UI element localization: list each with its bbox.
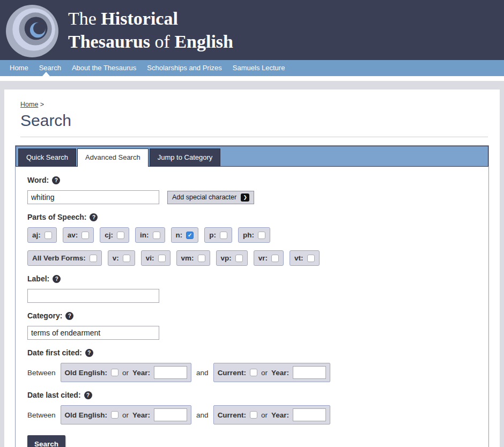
active-nav-caret [42,72,50,76]
date-last-current-checkbox[interactable] [250,411,257,419]
date-last-from-year-input[interactable] [154,408,187,421]
date-last-cited-row: Between Old English: or Year: and Curren… [27,405,477,424]
date-first-cited-row: Between Old English: or Year: and Curren… [27,363,477,382]
year-label: Year: [132,411,150,419]
pos-chip-vm[interactable]: vm: [176,250,210,266]
tab-quick-search[interactable]: Quick Search [18,148,76,166]
pos-chip-n[interactable]: n: [171,227,199,243]
site-title-line1: The Historical [68,7,233,30]
nav-item-about[interactable]: About the Thesaurus [66,60,142,76]
old-english-label: Old English: [65,411,108,419]
label-help-icon[interactable]: ? [53,275,61,283]
aj-checkbox[interactable] [45,232,52,239]
pos-help-icon[interactable]: ? [90,213,98,221]
date-last-from-group: Old English: or Year: [61,405,192,424]
pos-chip-v[interactable]: v: [108,250,135,266]
vi-checkbox[interactable] [158,255,166,262]
date-first-cited-label-row: Date first cited: ? [27,348,477,357]
nav-item-search[interactable]: Search [34,60,66,76]
date-last-to-year-input[interactable] [293,408,326,421]
vm-checkbox[interactable] [198,255,205,262]
year-label: Year: [271,369,289,377]
vr-checkbox[interactable] [271,255,279,262]
between-text: Between [27,369,56,377]
label-input-row [27,289,477,303]
pos-chip-aj[interactable]: aj: [27,227,57,243]
pos-chip-vp[interactable]: vp: [216,250,248,266]
category-label-row: Category: ? [27,311,477,320]
or-text: or [122,369,129,377]
pos-chip-vt[interactable]: vt: [290,250,320,266]
pos-row-1: aj: av: cj: in: n: p: ph: [27,227,477,243]
category-label: Category: [27,311,62,320]
all-verb-forms-checkbox[interactable] [90,255,97,262]
or-text: or [261,411,268,419]
label-input[interactable] [27,289,159,303]
current-label: Current: [218,411,246,419]
word-label: Word: [27,176,49,184]
between-text: Between [27,411,56,419]
n-checkbox[interactable] [186,232,194,239]
nav-item-scholarships[interactable]: Scholarships and Prizes [142,60,227,76]
search-form-box: Quick Search Advanced Search Jump to Cat… [15,145,489,447]
date-last-help-icon[interactable]: ? [84,391,92,399]
tab-advanced-search[interactable]: Advanced Search [77,148,149,167]
and-text: and [196,411,209,419]
date-first-to-year-input[interactable] [293,366,326,379]
add-special-character-button[interactable]: Add special character ❯ [167,191,254,204]
year-label: Year: [271,411,289,419]
search-tabs: Quick Search Advanced Search Jump to Cat… [16,146,488,167]
date-first-cited-label: Date first cited: [27,348,82,357]
header-divider [0,76,504,81]
ph-checkbox[interactable] [258,232,265,239]
category-help-icon[interactable]: ? [65,312,73,320]
vp-checkbox[interactable] [235,255,243,262]
word-input-row: Add special character ❯ [27,190,477,204]
date-first-help-icon[interactable]: ? [85,349,93,357]
page-title: Search [20,111,500,130]
date-last-cited-label-row: Date last cited: ? [27,391,477,399]
breadcrumb-home-link[interactable]: Home [20,101,38,108]
tab-jump-to-category[interactable]: Jump to Category [150,148,221,166]
v-checkbox[interactable] [123,255,130,262]
cj-checkbox[interactable] [117,232,124,239]
search-submit-button[interactable]: Search [27,435,65,447]
word-label-row: Word: ? [27,176,477,184]
pos-chip-p[interactable]: p: [204,227,232,243]
pos-label-row: Parts of Speech: ? [27,213,477,221]
pos-chip-in[interactable]: in: [135,227,165,243]
word-input[interactable] [27,190,159,204]
pos-chip-all-verb-forms[interactable]: All Verb Forms: [27,250,102,266]
pos-label: Parts of Speech: [27,213,86,221]
p-checkbox[interactable] [220,232,227,239]
date-first-to-group: Current: or Year: [213,363,330,382]
site-title-line2: Thesaurus of English [68,30,233,53]
av-checkbox[interactable] [81,232,89,239]
site-header: The Historical Thesaurus of English [0,0,504,60]
nav-item-samuels-lecture[interactable]: Samuels Lecture [227,60,291,76]
nav-item-home[interactable]: Home [4,60,34,76]
date-first-from-year-input[interactable] [154,366,187,379]
vt-checkbox[interactable] [307,255,315,262]
or-text: or [261,369,268,377]
date-first-from-group: Old English: or Year: [61,363,192,382]
date-first-current-checkbox[interactable] [250,369,257,376]
year-label: Year: [132,369,150,377]
pos-chip-vr[interactable]: vr: [254,250,284,266]
current-label: Current: [218,369,246,377]
label-field-label-row: Label: ? [27,274,477,283]
pos-chip-av[interactable]: av: [63,227,94,243]
date-first-old-english-checkbox[interactable] [111,369,118,376]
date-last-old-english-checkbox[interactable] [111,411,118,419]
pos-chip-vi[interactable]: vi: [141,250,171,266]
thesaurus-logo-icon [5,4,60,58]
pos-chip-ph[interactable]: ph: [238,227,270,243]
main-nav: Home Search About the Thesaurus Scholars… [0,60,504,76]
word-help-icon[interactable]: ? [52,176,60,184]
category-input-row [27,326,477,340]
title-rule [20,137,488,137]
pos-chip-cj[interactable]: cj: [100,227,129,243]
category-input[interactable] [27,326,159,340]
in-checkbox[interactable] [153,232,160,239]
breadcrumb-separator: > [40,101,44,108]
